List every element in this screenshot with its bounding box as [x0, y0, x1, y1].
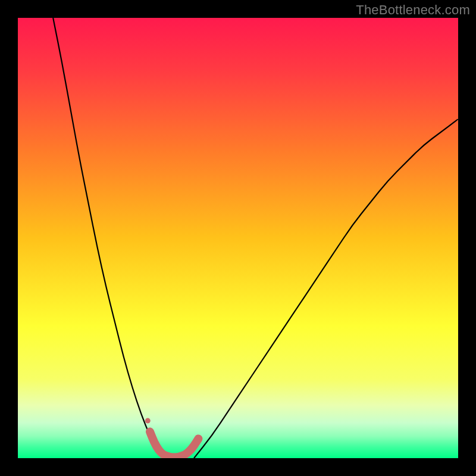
chart-svg	[18, 18, 458, 458]
chart-frame: TheBottleneck.com	[0, 0, 476, 476]
plot-area	[18, 18, 458, 458]
gradient-background	[18, 18, 458, 458]
marker-left-dot	[145, 418, 151, 424]
watermark-text: TheBottleneck.com	[356, 2, 470, 18]
markers-group	[145, 418, 151, 424]
